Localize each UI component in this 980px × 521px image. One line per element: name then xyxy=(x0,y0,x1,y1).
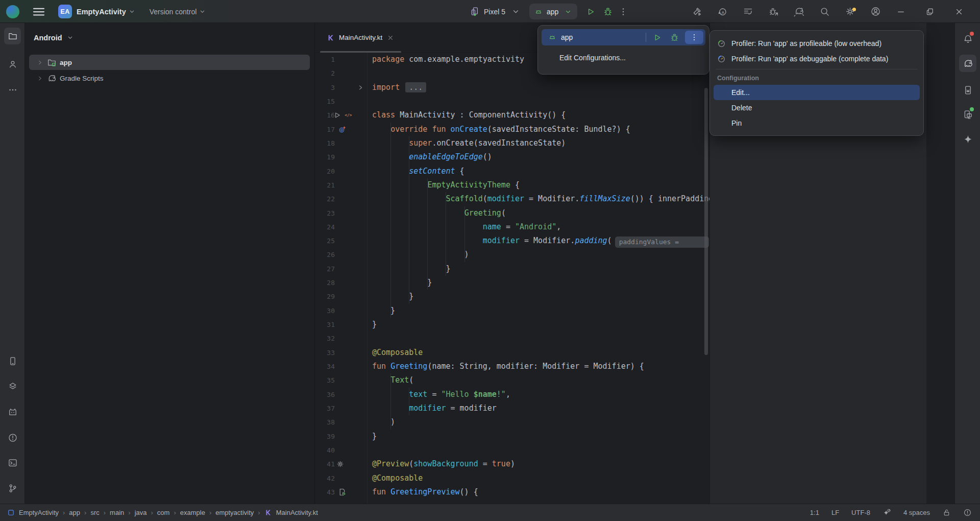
line-number[interactable]: 24 xyxy=(315,220,335,234)
code-line[interactable]: @Composable xyxy=(372,471,423,485)
menu-item-pin[interactable]: Pin xyxy=(714,115,920,131)
line-number[interactable]: 38 xyxy=(315,415,335,429)
code-line[interactable]: EmptyActivityTheme { xyxy=(372,178,520,192)
close-button[interactable] xyxy=(944,0,973,23)
menu-item-profiler[interactable]: Profiler: Run 'app' as debuggable (compl… xyxy=(710,51,923,66)
code-line[interactable]: enableEdgeToEdge() xyxy=(372,150,492,164)
line-number[interactable]: 20 xyxy=(315,164,335,178)
line-number[interactable]: 27 xyxy=(315,262,335,276)
tool-stripe-notifications-bell-icon[interactable] xyxy=(959,30,976,48)
line-number[interactable]: 37 xyxy=(315,401,335,415)
tool-stripe-gradle-elephant-icon[interactable] xyxy=(959,55,976,72)
run-button[interactable] xyxy=(582,4,599,20)
line-number[interactable]: 23 xyxy=(315,206,335,220)
caret-position-widget[interactable]: 1:1 xyxy=(810,509,819,516)
run-config-item-app[interactable]: app xyxy=(542,29,705,45)
line-separator-widget[interactable]: LF xyxy=(831,509,839,516)
tool-stripe-people-icon[interactable] xyxy=(4,56,21,73)
run-configuration-button[interactable]: app xyxy=(529,4,577,19)
unlock-icon[interactable] xyxy=(942,508,951,517)
code-line[interactable]: fun Greeting(name: String, modifier: Mod… xyxy=(372,360,644,373)
code-line[interactable]: super.onCreate(savedInstanceState) xyxy=(372,136,566,150)
code-pane[interactable]: package com.example.emptyactivityimport … xyxy=(372,53,709,504)
line-number[interactable]: 1 xyxy=(315,53,335,66)
line-number[interactable]: 30 xyxy=(315,304,335,318)
line-number[interactable]: 28 xyxy=(315,276,335,290)
gutter-preview-gear-icon[interactable] xyxy=(336,460,345,468)
line-number[interactable]: 34 xyxy=(315,360,335,373)
tool-stripe-git-branch-icon[interactable] xyxy=(4,480,21,496)
edit-configurations-item[interactable]: Edit Configurations... xyxy=(538,47,709,68)
line-number[interactable]: 41 xyxy=(315,457,335,471)
line-number[interactable]: 15 xyxy=(315,94,335,108)
line-number[interactable]: 35 xyxy=(315,373,335,387)
code-line[interactable]: import ... xyxy=(372,81,426,94)
breadcrumb-item[interactable]: example xyxy=(180,509,205,516)
code-line[interactable]: } xyxy=(372,304,395,318)
code-line[interactable]: } xyxy=(372,290,413,303)
code-line[interactable]: modifier = Modifier.padding(paddingValue… xyxy=(372,234,709,248)
line-number[interactable]: 3 xyxy=(315,81,335,94)
editor-tab-mainactivity[interactable]: MainActivity.kt xyxy=(320,23,401,52)
breadcrumb-item[interactable]: java xyxy=(135,509,147,516)
line-number[interactable]: 43 xyxy=(315,485,335,499)
apply-changes-button[interactable]: A xyxy=(709,4,735,20)
breadcrumb-item[interactable]: com xyxy=(157,509,170,516)
tool-stripe-device-manager-phone-icon[interactable] xyxy=(959,81,976,99)
popup-more-button[interactable] xyxy=(685,31,703,44)
code-line[interactable]: } xyxy=(372,318,377,331)
line-number[interactable]: 19 xyxy=(315,150,335,164)
line-number[interactable]: 2 xyxy=(315,66,335,80)
code-line[interactable]: setContent { xyxy=(372,164,464,178)
tool-stripe-build-variants-layers-icon[interactable] xyxy=(4,378,21,395)
indent-widget[interactable]: 4 spaces xyxy=(903,509,930,516)
chevron-down-icon[interactable] xyxy=(198,7,207,16)
tree-row-app[interactable]: app xyxy=(29,55,310,70)
line-number[interactable]: 33 xyxy=(315,346,335,360)
line-number[interactable]: 29 xyxy=(315,290,335,303)
vertical-scrollbar[interactable] xyxy=(704,88,708,355)
tool-stripe-project-folder-icon[interactable] xyxy=(4,28,21,44)
search-everywhere-button[interactable] xyxy=(812,4,837,20)
tool-stripe-more-tool-windows-icon[interactable] xyxy=(4,81,21,98)
main-menu-icon[interactable] xyxy=(31,4,46,19)
vcs-widget[interactable]: Version control xyxy=(150,8,197,16)
line-number[interactable]: 36 xyxy=(315,388,335,401)
code-line[interactable]: fun GreetingPreview() { xyxy=(372,485,478,499)
tool-stripe-running-devices-icon[interactable] xyxy=(959,106,976,123)
tool-stripe-logcat-icon[interactable] xyxy=(4,404,21,420)
tool-stripe-gemini-sparkle-icon[interactable] xyxy=(959,130,976,148)
attach-debugger-button[interactable] xyxy=(761,4,786,20)
code-line[interactable]: @Composable xyxy=(372,346,423,360)
code-line[interactable]: package com.example.emptyactivity xyxy=(372,53,524,66)
menu-item-profiler[interactable]: Profiler: Run 'app' as profileable (low … xyxy=(710,36,923,51)
code-line[interactable]: ) xyxy=(372,415,395,429)
project-badge[interactable]: EA xyxy=(58,5,72,18)
code-line[interactable]: @Preview(showBackground = true) xyxy=(372,457,515,471)
breadcrumb-item[interactable]: EmptyActivity xyxy=(19,509,59,516)
breadcrumb-item[interactable]: app xyxy=(69,509,80,516)
code-line[interactable]: ) xyxy=(372,248,469,262)
code-line[interactable]: Scaffold(modifier = Modifier.fillMaxSize… xyxy=(372,192,709,206)
encoding-widget[interactable]: UTF-8 xyxy=(851,509,870,516)
line-number[interactable]: 31 xyxy=(315,318,335,331)
line-number[interactable]: 42 xyxy=(315,471,335,485)
gutter-preview-run-icon[interactable] xyxy=(338,488,347,496)
line-number[interactable]: 40 xyxy=(315,443,335,457)
gutter-run-triangle-icon[interactable] xyxy=(333,111,341,120)
code-line[interactable]: } xyxy=(372,262,451,276)
line-number[interactable]: 22 xyxy=(315,192,335,206)
breadcrumb-item[interactable]: emptyactivity xyxy=(215,509,254,516)
gutter-override-icon[interactable] xyxy=(338,125,347,134)
chevron-down-icon[interactable] xyxy=(128,7,136,16)
build-hammer-button[interactable] xyxy=(684,4,709,20)
minimize-button[interactable] xyxy=(886,0,915,23)
maximize-button[interactable] xyxy=(915,0,944,23)
account-avatar-button[interactable] xyxy=(863,4,888,20)
line-number[interactable]: 16 xyxy=(315,108,335,122)
line-number[interactable]: 26 xyxy=(315,248,335,262)
breadcrumb-item[interactable]: src xyxy=(90,509,99,516)
code-editor[interactable]: package com.example.emptyactivityimport … xyxy=(315,53,709,504)
breadcrumb-item[interactable]: MainActivity.kt xyxy=(276,509,318,516)
code-line[interactable]: override fun onCreate(savedInstanceState… xyxy=(372,123,630,136)
